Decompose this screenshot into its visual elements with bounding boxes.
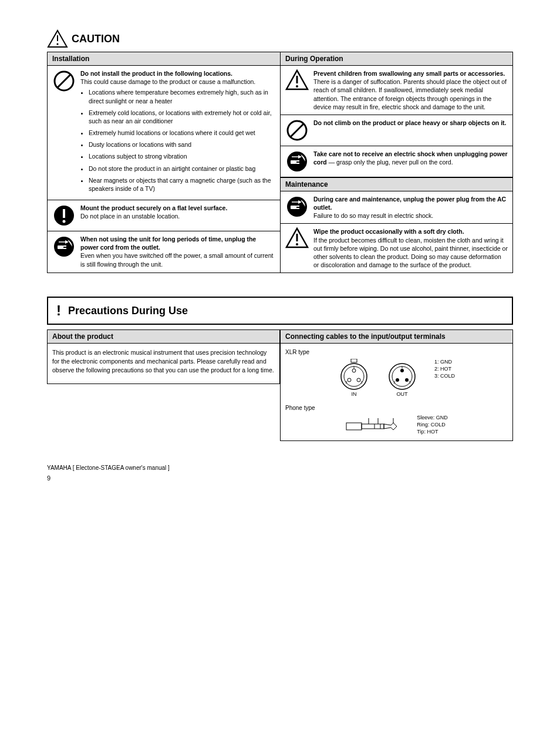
svg-rect-51 xyxy=(346,423,362,430)
svg-point-38 xyxy=(348,378,351,382)
caution-title: CAUTION xyxy=(72,33,120,45)
svg-point-39 xyxy=(357,378,360,382)
children-text: Prevent children from swallowing any sma… xyxy=(313,69,508,111)
caution-col-left: Installation Do not install the product … xyxy=(48,52,280,273)
climb-text: Do not climb on the product or place hea… xyxy=(313,119,508,142)
unplug-icon xyxy=(285,150,309,173)
maint-text: During care and maintenance, unplug the … xyxy=(313,195,508,220)
svg-point-7 xyxy=(63,220,66,223)
unplug-icon xyxy=(52,235,76,268)
svg-rect-26 xyxy=(291,206,296,209)
section-about-product: About the product xyxy=(48,330,279,344)
caution-table: Installation Do not install the product … xyxy=(47,52,513,273)
xlr-in-diagram: 1 3 2 IN xyxy=(338,359,370,398)
xlr-pinout: 1: GND 2: HOT 3: COLD xyxy=(434,359,455,379)
precautions-columns: About the product This product is an ele… xyxy=(47,329,513,441)
xlr-type-label: XLR type xyxy=(285,348,508,356)
list-item: Locations where temperature becomes extr… xyxy=(89,88,275,105)
row-climb: Do not climb on the product or place hea… xyxy=(281,115,512,146)
mandatory-icon xyxy=(52,204,76,227)
svg-point-33 xyxy=(296,243,298,245)
row-wipe: Wipe the product occasionally with a sof… xyxy=(281,224,512,273)
svg-point-46 xyxy=(396,378,399,382)
svg-point-16 xyxy=(296,85,298,88)
svg-line-18 xyxy=(291,124,303,137)
row-mount: Mount the product securely on a flat lev… xyxy=(48,200,280,231)
page-number: 9 xyxy=(47,475,513,482)
row-install-locations: Do not install the product in the follow… xyxy=(48,66,280,200)
wipe-text: Wipe the product occasionally with a sof… xyxy=(313,227,508,269)
prohibit-icon xyxy=(285,119,309,142)
warning-triangle-icon xyxy=(285,227,309,269)
precautions-title: Precautions During Use xyxy=(68,305,188,317)
svg-point-45 xyxy=(400,369,404,372)
about-product-text: This product is an electronic musical in… xyxy=(48,344,279,383)
section-maintenance: Maintenance xyxy=(281,177,512,191)
svg-line-4 xyxy=(58,75,70,88)
warning-triangle-icon xyxy=(285,69,309,111)
svg-rect-34 xyxy=(351,359,357,362)
install-list: Locations where temperature becomes extr… xyxy=(80,88,275,193)
precautions-col-right: Connecting cables to the input/output te… xyxy=(280,329,513,441)
footer-brand: YAMAHA [ Electone-STAGEA owner's manual … xyxy=(47,465,513,471)
page-footer: YAMAHA [ Electone-STAGEA owner's manual … xyxy=(47,465,513,471)
list-item: Extremely cold locations, or locations w… xyxy=(89,109,275,125)
prohibit-icon xyxy=(52,69,76,196)
phone-pinout: Sleeve: GND Ring: COLD Tip: HOT xyxy=(417,415,448,435)
exclamation-icon: ! xyxy=(56,302,62,319)
svg-text:1: 1 xyxy=(401,365,403,369)
section-installation: Installation xyxy=(48,52,280,66)
row-unplug: When not using the unit for long periods… xyxy=(48,231,280,272)
row-children-parts: Prevent children from swallowing any sma… xyxy=(281,66,512,115)
connecting-body: XLR type 1 3 2 xyxy=(281,344,512,440)
precautions-col-left: About the product This product is an ele… xyxy=(47,329,280,441)
row-shock: Take care not to receive an electric sho… xyxy=(281,146,512,177)
phone-jack-diagram xyxy=(345,415,410,436)
svg-point-37 xyxy=(352,369,356,372)
list-item: Dusty locations or locations with sand xyxy=(89,140,275,149)
section-operation: During Operation xyxy=(281,52,512,66)
shock-text: Take care not to receive an electric sho… xyxy=(313,150,508,173)
svg-rect-20 xyxy=(291,160,296,164)
warning-triangle-icon xyxy=(47,29,68,48)
row-maint-unplug: During care and maintenance, unplug the … xyxy=(281,191,512,224)
svg-rect-9 xyxy=(58,245,63,249)
phone-type-label: Phone type xyxy=(285,404,508,412)
svg-text:1: 1 xyxy=(353,365,355,369)
list-item: Extremely humid locations or locations w… xyxy=(89,129,275,137)
unplug-text: When not using the unit for long periods… xyxy=(80,235,275,268)
list-item: Do not store the product in an airtight … xyxy=(89,164,275,173)
unplug-icon xyxy=(285,195,309,220)
xlr-out-diagram: 1 2 3 OUT xyxy=(386,359,418,398)
list-item: Near magnets or objects that carry a mag… xyxy=(89,176,275,193)
svg-point-2 xyxy=(56,43,58,45)
list-item: Locations subject to strong vibration xyxy=(89,152,275,160)
svg-point-47 xyxy=(405,378,409,382)
caution-header: CAUTION xyxy=(47,29,513,48)
caution-col-right: During Operation Prevent children from s… xyxy=(280,52,512,273)
install-text: Do not install the product in the follow… xyxy=(80,69,275,196)
precautions-banner: ! Precautions During Use xyxy=(47,297,513,325)
section-connecting-cables: Connecting cables to the input/output te… xyxy=(281,330,512,344)
mount-text: Mount the product securely on a flat lev… xyxy=(80,204,275,227)
